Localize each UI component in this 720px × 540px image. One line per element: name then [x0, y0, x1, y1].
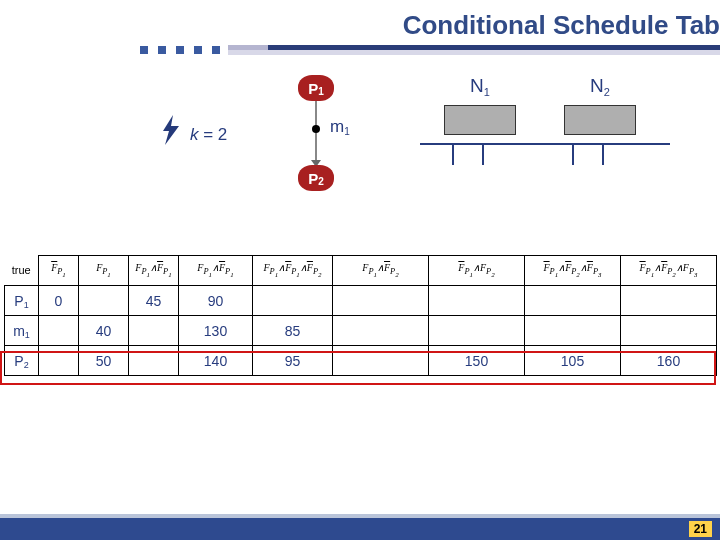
node-p2: P2	[298, 165, 334, 191]
table-cell	[39, 316, 79, 346]
table-cell	[333, 346, 429, 376]
table-cell	[129, 316, 179, 346]
table-cell	[333, 286, 429, 316]
proc-n1-label: N1	[430, 75, 530, 97]
table-cell: 50	[79, 346, 129, 376]
header-formula: FP1∧FP1	[179, 256, 253, 286]
table-row: P25014095150105160	[5, 346, 717, 376]
table-cell	[39, 346, 79, 376]
slide-footer: 21	[0, 510, 720, 540]
header-true: true	[5, 256, 39, 286]
table-row: P104590	[5, 286, 717, 316]
schedule-table-wrap: true FP1 FP1 FP1∧FP1 FP1∧FP1 FP1∧FP1∧FP2…	[0, 255, 720, 376]
table-cell: 105	[525, 346, 621, 376]
architecture-diagram: N1 N2	[410, 75, 665, 195]
header-formula: FP1∧FP2∧FP3	[525, 256, 621, 286]
schedule-table: true FP1 FP1 FP1∧FP1 FP1∧FP1 FP1∧FP1∧FP2…	[4, 255, 717, 376]
table-row: m14013085	[5, 316, 717, 346]
edge-line	[315, 99, 317, 169]
table-cell: 150	[429, 346, 525, 376]
table-cell	[333, 316, 429, 346]
table-cell	[253, 286, 333, 316]
table-cell: 40	[79, 316, 129, 346]
page-number: 21	[689, 521, 712, 537]
table-cell: 140	[179, 346, 253, 376]
table-cell	[525, 316, 621, 346]
title-underline	[140, 45, 720, 55]
table-cell: 95	[253, 346, 333, 376]
row-label: P2	[5, 346, 39, 376]
table-cell	[621, 286, 717, 316]
header-formula: FP1∧FP2∧FP3	[621, 256, 717, 286]
row-label: m1	[5, 316, 39, 346]
table-cell: 90	[179, 286, 253, 316]
table-cell	[129, 346, 179, 376]
table-cell: 85	[253, 316, 333, 346]
table-cell: 0	[39, 286, 79, 316]
proc-n2-label: N2	[550, 75, 650, 97]
graph-diagram: k = 2 P1 m1 P2 N1 N2	[0, 75, 720, 245]
table-cell: 130	[179, 316, 253, 346]
row-label: P1	[5, 286, 39, 316]
lightning-icon	[160, 115, 182, 152]
header-formula: FP1∧FP2	[333, 256, 429, 286]
header-formula: FP1∧FP1	[129, 256, 179, 286]
table-cell: 160	[621, 346, 717, 376]
header-formula: FP1	[79, 256, 129, 286]
table-cell	[429, 316, 525, 346]
header-formula: FP1∧FP1∧FP2	[253, 256, 333, 286]
header-formula: FP1	[39, 256, 79, 286]
table-cell	[621, 316, 717, 346]
proc-n2-box	[564, 105, 636, 135]
table-cell	[525, 286, 621, 316]
edge-label: m1	[330, 117, 350, 137]
edge-midpoint-icon	[312, 125, 320, 133]
header-formula: FP1∧FP2	[429, 256, 525, 286]
page-title: Conditional Schedule Tab	[0, 0, 720, 45]
node-p1: P1	[298, 75, 334, 101]
table-header-row: true FP1 FP1 FP1∧FP1 FP1∧FP1 FP1∧FP1∧FP2…	[5, 256, 717, 286]
proc-n1-box	[444, 105, 516, 135]
table-cell: 45	[129, 286, 179, 316]
table-cell	[429, 286, 525, 316]
table-cell	[79, 286, 129, 316]
k-label: k = 2	[190, 125, 227, 145]
